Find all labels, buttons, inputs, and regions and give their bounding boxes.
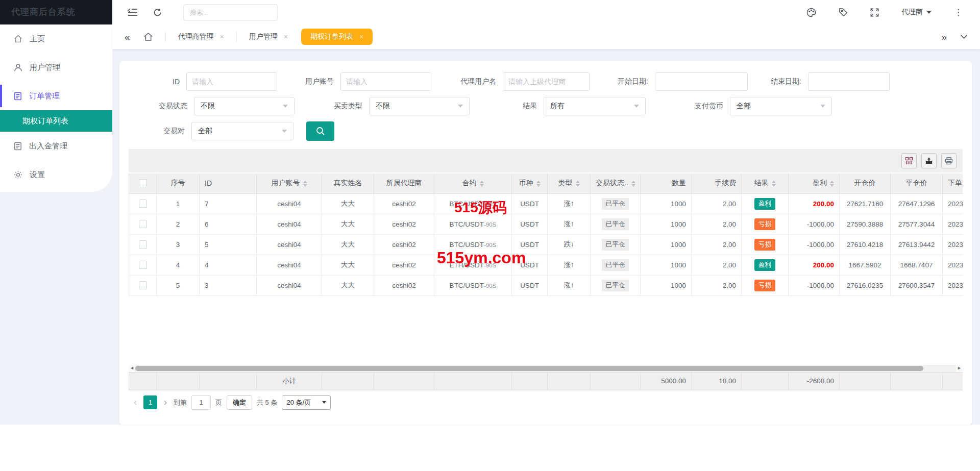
filter-agent-username-input[interactable] bbox=[503, 72, 590, 91]
col-header-label: 平仓价 bbox=[906, 179, 927, 187]
select-all-checkbox[interactable] bbox=[139, 179, 147, 187]
tabs-collapse-icon[interactable]: « bbox=[125, 32, 130, 42]
sidebar-item-home[interactable]: 主页 bbox=[0, 24, 112, 53]
col-header-type[interactable]: 类型 bbox=[548, 173, 591, 193]
subtotal-cell-open_price bbox=[840, 372, 891, 390]
filter-account-input[interactable] bbox=[340, 72, 431, 91]
col-header-label: ID bbox=[205, 179, 212, 187]
theme-palette-icon[interactable] bbox=[806, 8, 816, 17]
tab-close-icon[interactable]: × bbox=[359, 33, 363, 41]
select-caret-icon bbox=[458, 105, 463, 108]
row-checkbox[interactable] bbox=[139, 220, 147, 228]
tab-close-icon[interactable]: × bbox=[284, 33, 288, 41]
sidebar-item-label: 用户管理 bbox=[30, 63, 60, 72]
tab-close-icon[interactable]: × bbox=[220, 33, 224, 41]
sidebar-item-user-management[interactable]: 用户管理 bbox=[0, 53, 112, 82]
scrollbar-track[interactable] bbox=[135, 365, 956, 372]
row-checkbox[interactable] bbox=[139, 240, 147, 249]
sidebar-subitem-label: 期权订单列表 bbox=[22, 116, 68, 126]
status-badge: 已平仓 bbox=[602, 198, 629, 210]
sort-icon[interactable] bbox=[830, 181, 834, 187]
user-dropdown[interactable]: 代理商 bbox=[901, 8, 932, 17]
search-button[interactable] bbox=[306, 121, 334, 141]
menu-fold-icon[interactable] bbox=[128, 8, 138, 16]
horizontal-scrollbar[interactable]: ◄ ► bbox=[129, 365, 963, 372]
filter-label-account: 用户账号 bbox=[277, 77, 340, 86]
cell-order_time: 2023 bbox=[943, 255, 963, 275]
filter-trade-pair-select[interactable]: 全部 bbox=[191, 122, 293, 140]
col-header-account[interactable]: 用户账号 bbox=[257, 173, 322, 193]
print-button[interactable] bbox=[941, 153, 957, 168]
export-button[interactable] bbox=[921, 153, 937, 168]
row-checkbox[interactable] bbox=[139, 281, 147, 289]
filter-id-input[interactable] bbox=[186, 72, 277, 91]
goto-confirm-button[interactable]: 确定 bbox=[227, 395, 252, 410]
fullscreen-icon[interactable] bbox=[870, 8, 879, 17]
current-page-button[interactable]: 1 bbox=[143, 395, 157, 409]
goto-page-input[interactable] bbox=[191, 395, 211, 410]
col-header-label: 币种 bbox=[519, 179, 533, 187]
filter-pay-currency-select[interactable]: 全部 bbox=[730, 97, 832, 115]
more-menu-icon[interactable]: ⋮ bbox=[954, 7, 963, 18]
cell-fee: 2.00 bbox=[692, 214, 742, 234]
cell-id: 7 bbox=[200, 193, 257, 214]
col-header-label: 合约 bbox=[462, 179, 477, 187]
sidebar-item-settings[interactable]: 设置 bbox=[0, 160, 112, 189]
table-row: 35ceshi04大大ceshi02BTC/USDT-90SUSDT跌↓已平仓1… bbox=[129, 234, 963, 255]
search-input[interactable] bbox=[183, 4, 278, 21]
sort-icon[interactable] bbox=[631, 181, 635, 187]
subtotal-cell-seq bbox=[157, 372, 200, 390]
sidebar-item-order-management[interactable]: 订单管理 bbox=[0, 82, 112, 110]
col-header-profit[interactable]: 盈利 bbox=[789, 173, 840, 193]
cell-checkbox bbox=[129, 234, 157, 255]
sidebar-item-funds-management[interactable]: 出入金管理 bbox=[0, 132, 112, 160]
filter-start-date-input[interactable] bbox=[655, 72, 748, 91]
scrollbar-thumb[interactable] bbox=[135, 366, 923, 371]
tab-user-management[interactable]: 用户管理 × bbox=[240, 29, 297, 45]
cell-agent: ceshi02 bbox=[374, 193, 434, 214]
sidebar-subitem-option-order-list[interactable]: 期权订单列表 bbox=[0, 110, 112, 132]
filter-end-date-input[interactable] bbox=[808, 72, 890, 91]
filter-trade-status-select[interactable]: 不限 bbox=[194, 97, 295, 115]
table-row: 26ceshi04大大ceshi02BTC/USDT-90SUSDT涨↑已平仓1… bbox=[129, 214, 963, 234]
tabbar: « 代理商管理 × 用户管理 × 期权订单列表 × » bbox=[112, 24, 980, 49]
scroll-left-icon[interactable]: ◄ bbox=[129, 366, 135, 370]
user-dropdown-label: 代理商 bbox=[901, 8, 923, 17]
home-tab-icon[interactable] bbox=[143, 32, 153, 41]
col-header-contract[interactable]: 合约 bbox=[434, 173, 512, 193]
cell-account: ceshi04 bbox=[257, 255, 322, 275]
scroll-right-icon[interactable]: ► bbox=[956, 366, 963, 370]
col-header-currency[interactable]: 币种 bbox=[512, 173, 548, 193]
filter-result-select[interactable]: 所有 bbox=[544, 97, 646, 115]
cell-account: ceshi04 bbox=[257, 214, 322, 234]
refresh-icon[interactable] bbox=[153, 8, 162, 17]
row-checkbox[interactable] bbox=[139, 261, 147, 269]
cell-result: 盈利 bbox=[742, 255, 789, 275]
cell-order_time: 2023 bbox=[943, 234, 963, 255]
tabs-menu-chevron-icon[interactable] bbox=[960, 34, 968, 39]
tab-agent-management[interactable]: 代理商管理 × bbox=[169, 29, 233, 45]
col-header-label: 交易状态.. bbox=[596, 179, 628, 187]
col-header-result[interactable]: 结果 bbox=[742, 173, 789, 193]
cell-fee: 2.00 bbox=[692, 193, 742, 214]
column-settings-button[interactable] bbox=[901, 153, 917, 168]
prev-page-icon[interactable]: ‹ bbox=[132, 397, 139, 408]
next-page-icon[interactable]: › bbox=[162, 397, 169, 408]
col-header-status[interactable]: 交易状态.. bbox=[591, 173, 641, 193]
page-size-select[interactable]: 20 条/页 bbox=[282, 395, 331, 410]
filter-label-agent-username: 代理用户名 bbox=[431, 77, 503, 86]
tab-option-order-list[interactable]: 期权订单列表 × bbox=[301, 29, 373, 45]
sort-icon[interactable] bbox=[576, 181, 580, 187]
sort-icon[interactable] bbox=[480, 181, 484, 187]
sort-icon[interactable] bbox=[303, 181, 307, 187]
filter-buy-sell-type-select[interactable]: 不限 bbox=[369, 97, 470, 115]
cell-account: ceshi04 bbox=[257, 193, 322, 214]
tag-icon[interactable] bbox=[839, 8, 848, 17]
row-checkbox[interactable] bbox=[139, 200, 147, 208]
sidebar-item-label: 出入金管理 bbox=[29, 141, 67, 151]
sort-icon[interactable] bbox=[536, 181, 541, 187]
filter-row-2: 交易状态 不限 买卖类型 不限 结果 所有 支付货币 全部 bbox=[129, 97, 963, 115]
sort-icon[interactable] bbox=[772, 181, 776, 187]
printer-icon bbox=[945, 157, 953, 165]
tabs-expand-icon[interactable]: » bbox=[941, 32, 947, 42]
